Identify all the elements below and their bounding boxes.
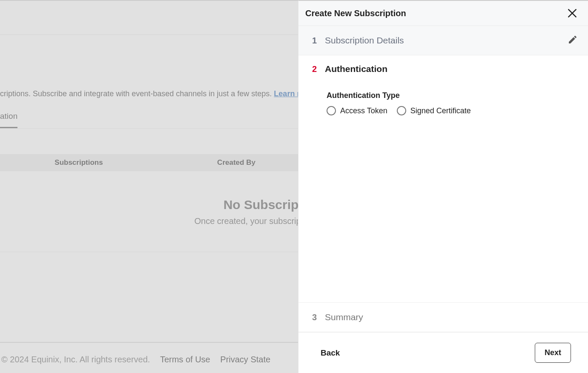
pencil-icon[interactable]	[568, 34, 578, 46]
radio-icon	[397, 106, 406, 115]
footer-copyright: © 2024 Equinix, Inc. All rights reserved…	[1, 355, 150, 364]
next-button[interactable]: Next	[535, 343, 571, 363]
step-number-3: 3	[312, 313, 325, 322]
step-summary: 3 Summary	[298, 302, 588, 332]
step-number-1: 1	[312, 36, 325, 46]
step-authentication: 2 Authentication	[298, 55, 588, 83]
radio-icon	[327, 106, 336, 115]
footer-privacy-link[interactable]: Privacy State	[220, 355, 270, 364]
panel-header: Create New Subscription	[298, 1, 588, 26]
auth-type-radio-group: Access Token Signed Certificate	[327, 106, 578, 115]
panel-footer: Back Next	[298, 332, 588, 373]
column-subscriptions: Subscriptions	[0, 158, 158, 167]
create-subscription-panel: Create New Subscription 1 Subscription D…	[298, 0, 588, 373]
description-text: criptions. Subscribe and integrate with …	[0, 89, 274, 98]
back-button[interactable]: Back	[321, 348, 340, 358]
footer-terms-link[interactable]: Terms of Use	[160, 355, 210, 364]
close-icon[interactable]	[567, 8, 578, 19]
radio-label-signed-cert: Signed Certificate	[410, 106, 471, 115]
step-number-2: 2	[312, 64, 325, 74]
authentication-content: Authentication Type Access Token Signed …	[298, 83, 588, 302]
step-label-3: Summary	[325, 312, 578, 322]
step-subscription-details[interactable]: 1 Subscription Details	[298, 26, 588, 55]
panel-title: Create New Subscription	[305, 9, 406, 18]
column-created-by: Created By	[158, 158, 315, 167]
radio-signed-certificate[interactable]: Signed Certificate	[397, 106, 471, 115]
radio-access-token[interactable]: Access Token	[327, 106, 387, 115]
auth-type-label: Authentication Type	[327, 91, 578, 100]
tab-active[interactable]: ation	[0, 104, 17, 128]
step-label-1: Subscription Details	[325, 35, 568, 46]
radio-label-access-token: Access Token	[340, 106, 387, 115]
step-label-2: Authentication	[325, 64, 578, 74]
